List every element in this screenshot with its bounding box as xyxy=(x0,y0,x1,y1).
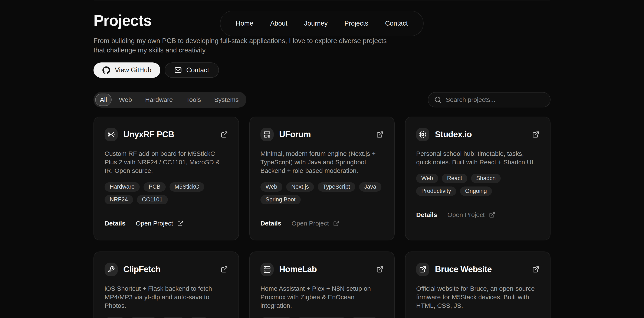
tag-home-assistant: Home Assistant xyxy=(296,317,347,318)
search-input[interactable] xyxy=(446,96,544,103)
nav-item-contact[interactable]: Contact xyxy=(385,20,408,27)
project-avatar xyxy=(260,128,274,141)
project-tags: WebNext.jsTypeScriptJavaSpring Boot xyxy=(260,182,384,204)
open-external-icon-button[interactable] xyxy=(532,131,540,138)
open-project-link[interactable]: Open Project xyxy=(448,211,495,218)
card-header: UForum xyxy=(260,128,384,141)
tag-shadcn: Shadcn xyxy=(471,174,501,183)
github-icon xyxy=(102,66,110,74)
project-avatar xyxy=(416,128,429,141)
project-card: ClipFetch iOS Shortcut + Flask backend t… xyxy=(94,251,239,318)
tag-flask: Flask xyxy=(161,317,185,318)
project-description: Custom RF add-on board for M5StickC Plus… xyxy=(104,149,228,175)
tag-typescript: TypeScript xyxy=(318,182,355,192)
view-github-label: View GitHub xyxy=(115,66,152,74)
card-footer: Details Open Project xyxy=(104,220,228,227)
tag-zigbee: Zigbee xyxy=(350,317,378,318)
project-card: Studex.io Personal school hub: timetable… xyxy=(405,117,550,240)
contact-button[interactable]: Contact xyxy=(164,63,219,78)
tag-tool: Tool xyxy=(104,317,126,318)
project-tags: WebReactShadcnProductivityOngoing xyxy=(416,174,540,196)
tag-productivity: Productivity xyxy=(416,186,456,196)
toolbar: AllWebHardwareToolsSystems xyxy=(94,92,550,108)
filter-tabs: AllWebHardwareToolsSystems xyxy=(94,92,246,108)
project-card: UForum Minimal, modern forum engine (Nex… xyxy=(250,117,395,240)
external-icon xyxy=(419,266,426,273)
projects-grid: UnyxRF PCB Custom RF add-on board for M5… xyxy=(94,117,550,318)
tag-java: Java xyxy=(359,182,382,192)
open-external-icon-button[interactable] xyxy=(376,131,384,138)
contact-label: Contact xyxy=(186,66,209,74)
nav-item-about[interactable]: About xyxy=(270,20,287,27)
open-project-link[interactable]: Open Project xyxy=(292,220,340,227)
project-avatar xyxy=(104,128,118,141)
project-description: Home Assistant + Plex + N8N setup on Pro… xyxy=(260,284,384,310)
view-github-button[interactable]: View GitHub xyxy=(94,63,160,78)
external-link-icon xyxy=(532,131,540,138)
filter-chip-systems[interactable]: Systems xyxy=(208,94,245,106)
project-title: Bruce Website xyxy=(435,264,492,274)
tag-web: Web xyxy=(260,182,282,192)
open-external-icon-button[interactable] xyxy=(221,266,228,273)
wrench-icon xyxy=(108,266,115,273)
project-description: Minimal, modern forum engine (Next.js + … xyxy=(260,149,384,175)
project-title: UnyxRF PCB xyxy=(123,130,174,139)
filter-chip-hardware[interactable]: Hardware xyxy=(139,94,179,106)
tag-pcb: PCB xyxy=(144,182,166,192)
page-container: Projects HomeAboutJourneyProjectsContact… xyxy=(94,0,550,318)
external-link-icon xyxy=(532,266,540,273)
card-footer: Details Open Project xyxy=(260,220,384,227)
tag-ongoing: Ongoing xyxy=(460,186,492,196)
nav-item-projects[interactable]: Projects xyxy=(344,20,368,27)
project-avatar xyxy=(260,263,274,276)
tag-python: Python xyxy=(129,317,158,318)
project-avatar xyxy=(104,263,118,276)
project-description: iOS Shortcut + Flask backend to fetch MP… xyxy=(104,284,228,310)
details-button[interactable]: Details xyxy=(416,211,437,218)
project-description: Personal school hub: timetable, tasks, q… xyxy=(416,149,540,166)
hero-buttons: View GitHub Contact xyxy=(94,63,550,78)
details-button[interactable]: Details xyxy=(104,220,126,227)
card-header: Studex.io xyxy=(416,128,540,141)
project-description: Official website for Bruce, an open-sour… xyxy=(416,284,540,310)
tag-spring-boot: Spring Boot xyxy=(260,195,301,204)
search-icon xyxy=(434,96,442,103)
filter-chip-all[interactable]: All xyxy=(95,94,112,106)
external-link-icon xyxy=(376,131,384,138)
main-nav: HomeAboutJourneyProjectsContact xyxy=(220,11,424,36)
tag-next.js: Next.js xyxy=(286,182,314,192)
radio-icon xyxy=(108,131,115,138)
nav-item-journey[interactable]: Journey xyxy=(304,20,328,27)
card-footer: Details Open Project xyxy=(416,211,540,218)
external-link-icon xyxy=(221,266,228,273)
tag-nrf24: NRF24 xyxy=(104,195,133,204)
card-header: Bruce Website xyxy=(416,263,540,276)
page-description: From building my own PCB to developing f… xyxy=(94,36,392,55)
tag-web: Web xyxy=(416,174,438,183)
external-link-icon xyxy=(489,212,495,218)
external-link-icon xyxy=(333,220,340,227)
project-tags: ToolPythonFlaskiOSyt-dlp xyxy=(104,317,228,318)
filter-chip-web[interactable]: Web xyxy=(113,94,138,106)
project-card: UnyxRF PCB Custom RF add-on board for M5… xyxy=(94,117,239,240)
open-external-icon-button[interactable] xyxy=(376,266,384,273)
tag-systems: Systems xyxy=(260,317,293,318)
tag-cc1101: CC1101 xyxy=(137,195,168,204)
details-button[interactable]: Details xyxy=(260,220,281,227)
tag-react: React xyxy=(442,174,467,183)
nav-item-home[interactable]: Home xyxy=(236,20,254,27)
tag-m5stickc: M5StickC xyxy=(170,182,204,192)
open-project-link[interactable]: Open Project xyxy=(136,220,184,227)
project-title: HomeLab xyxy=(279,264,317,274)
project-title: UForum xyxy=(279,130,311,139)
open-external-icon-button[interactable] xyxy=(221,131,228,138)
server-icon xyxy=(264,266,271,273)
filter-chip-tools[interactable]: Tools xyxy=(180,94,207,106)
tag-ios: iOS xyxy=(189,317,209,318)
external-link-icon xyxy=(177,220,184,227)
open-external-icon-button[interactable] xyxy=(532,266,540,273)
project-title: Studex.io xyxy=(435,130,472,139)
project-title: ClipFetch xyxy=(123,264,160,274)
tag-hardware: Hardware xyxy=(104,182,140,192)
cpu-icon xyxy=(419,131,426,138)
